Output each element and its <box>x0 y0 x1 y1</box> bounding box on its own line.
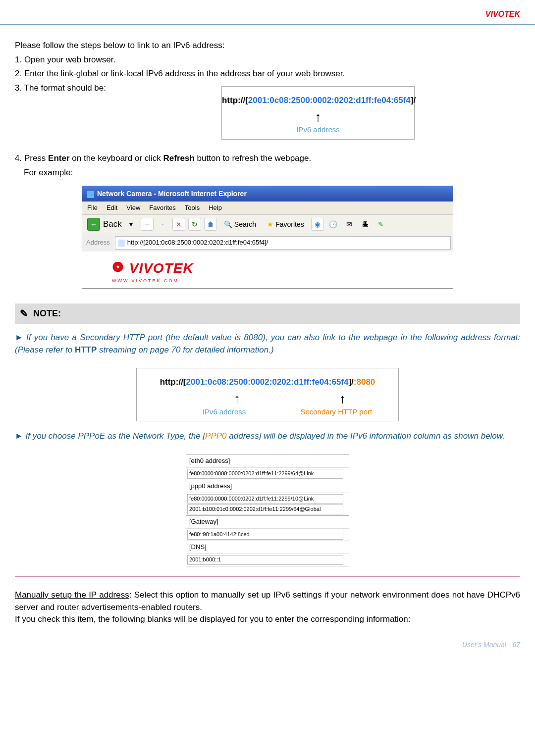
for-example: For example: <box>15 167 520 179</box>
history-icon[interactable]: 🕑 <box>327 218 340 231</box>
menu-tools[interactable]: Tools <box>185 203 200 213</box>
address-value: http://[2001:0c08:2500:0002:0202:d1ff:fe… <box>127 238 268 248</box>
arrow-up-icon: ↑ <box>339 390 346 408</box>
manual-setup-para-2: If you check this item, the following bl… <box>15 613 520 626</box>
step-2: 2. Enter the link-global or link-local I… <box>15 68 520 80</box>
menu-edit[interactable]: Edit <box>107 203 117 213</box>
vivotek-logo-area: VIVOTEK WWW.VIVOTEK.COM <box>82 252 453 288</box>
ie-toolbar: ← Back ▾ → · × ↻ 🔍Search ★Favorites ◉ 🕑 … <box>82 214 453 234</box>
eth0-label: [eth0 address] <box>186 455 349 468</box>
dns-label: [DNS] <box>186 541 349 554</box>
address-label: Address <box>84 238 112 248</box>
refresh-icon[interactable]: ↻ <box>188 218 201 231</box>
dns-value: 2001:b000::1 <box>187 555 343 565</box>
edit-icon[interactable]: ✎ <box>374 218 387 231</box>
manual-setup-paragraph: Manually setup the IP address: Select th… <box>15 589 520 613</box>
page-footer: User's Manual - 67 <box>0 626 535 654</box>
home-icon[interactable] <box>204 218 217 231</box>
url2-ipv6: 2001:0c08:2500:0002:0202:d1ff:fe04:65f4 <box>186 377 349 387</box>
menu-file[interactable]: File <box>87 203 98 213</box>
address-field[interactable]: http://[2001:0c08:2500:0002:0202:d1ff:fe… <box>115 236 451 250</box>
back-icon[interactable]: ← <box>87 218 100 231</box>
ie-title-bar: Network Camera - Microsoft Internet Expl… <box>82 186 453 201</box>
ie-screenshot: Network Camera - Microsoft Internet Expl… <box>82 186 453 289</box>
media-icon[interactable]: ◉ <box>311 218 324 231</box>
menu-view[interactable]: View <box>126 203 140 213</box>
url2-port: :8080 <box>354 377 375 387</box>
forward-icon[interactable]: → <box>141 218 154 231</box>
vivotek-eye-icon <box>112 262 127 275</box>
ipv6-label: IPv6 address <box>296 124 340 135</box>
page-icon <box>118 240 125 247</box>
url-format-box: http://[2001:0c08:2500:0002:0202:d1ff:fe… <box>221 86 415 140</box>
url2-prefix: http://[ <box>160 377 186 387</box>
ie-address-bar: Address http://[2001:0c08:2500:0002:0202… <box>82 234 453 252</box>
url-suffix: ]/ <box>411 96 416 105</box>
note-paragraph-2: ► If you choose PPPoE as the Network Typ… <box>15 430 520 443</box>
step-1: 1. Open your web browser. <box>15 54 520 66</box>
url-with-port-box: http://[2001:0c08:2500:0002:0202:d1ff:fe… <box>136 368 399 421</box>
vivotek-logo-text: VIVOTEK <box>129 260 194 276</box>
ie-title-text: Network Camera - Microsoft Internet Expl… <box>97 190 247 198</box>
gateway-value: fe80::90:1a00:4142:8ced <box>187 530 343 540</box>
mail-icon[interactable]: ✉ <box>343 218 356 231</box>
port-label: Secondary HTTP port <box>300 406 372 417</box>
arrow-up-icon: ↑ <box>222 108 414 127</box>
instructions-lead: Please follow the steps below to link to… <box>15 40 520 52</box>
gateway-label: [Gateway] <box>186 515 349 529</box>
url2-suffix: ]/ <box>348 377 353 387</box>
section-divider <box>15 576 520 577</box>
menu-favorites[interactable]: Favorites <box>149 203 175 213</box>
step-4: 4. Press Enter on the keyboard or click … <box>15 152 520 165</box>
menu-help[interactable]: Help <box>209 203 222 213</box>
ppp0-value-1: fe80:0000:0000:0000:0202:d1ff:fe11:2299/… <box>187 494 343 504</box>
note-heading-bar: ✎ NOTE: <box>15 303 520 324</box>
ie-menu-bar: File Edit View Favorites Tools Help <box>82 202 453 215</box>
back-dropdown-icon[interactable]: ▾ <box>125 218 138 231</box>
url-prefix: http://[ <box>222 96 248 105</box>
note-pen-icon: ✎ <box>20 306 28 321</box>
vivotek-url-tag: WWW.VIVOTEK.COM <box>112 278 438 284</box>
manual-setup-heading: Manually setup the IP address <box>15 590 129 600</box>
ipv6-info-table: [eth0 address] fe80:0000:0000:0000:0202:… <box>186 454 349 566</box>
ppp0-label: [ppp0 address] <box>186 480 349 493</box>
favorites-button[interactable]: ★Favorites <box>263 218 308 231</box>
ppp0-value-2: 2001:b100:01c0:0002:0202:d1ff:fe11:2299/… <box>187 504 343 514</box>
ie-window-icon <box>87 191 94 198</box>
eth0-value: fe80:0000:0000:0000:0202:d1ff:fe11:2299/… <box>187 469 343 479</box>
ipv6-label: IPv6 address <box>203 406 246 417</box>
print-icon[interactable]: 🖶 <box>359 218 372 231</box>
back-label[interactable]: Back <box>103 218 122 231</box>
note-paragraph-1: ► If you have a Secondary HTTP port (the… <box>15 332 520 356</box>
arrow-up-icon: ↑ <box>234 390 240 408</box>
note-title: NOTE: <box>33 307 61 320</box>
step-3: 3. The format should be: <box>15 82 106 95</box>
url-ipv6: 2001:0c08:2500:0002:0202:d1ff:fe04:65f4 <box>248 96 411 105</box>
stop-icon[interactable]: × <box>172 218 185 231</box>
search-button[interactable]: 🔍Search <box>220 218 260 231</box>
page-brand: VIVOTEK <box>0 0 535 25</box>
